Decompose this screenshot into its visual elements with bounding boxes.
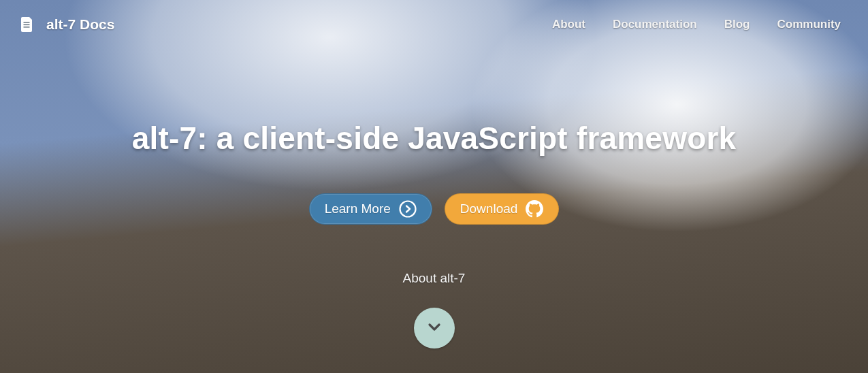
github-icon	[526, 200, 543, 218]
svg-rect-1	[24, 25, 30, 26]
svg-rect-0	[24, 22, 30, 23]
nav-community[interactable]: Community	[777, 18, 841, 31]
hero-section: alt-7 Docs About Documentation Blog Comm…	[0, 0, 868, 373]
scroll-down-button[interactable]	[414, 308, 455, 348]
hero-headline: alt-7: a client-side JavaScript framewor…	[0, 120, 868, 157]
svg-point-3	[400, 201, 415, 217]
chevron-down-icon	[425, 317, 444, 339]
arrow-right-circle-icon	[399, 200, 417, 218]
learn-more-button[interactable]: Learn More	[309, 193, 432, 225]
download-label: Download	[460, 201, 518, 216]
learn-more-label: Learn More	[325, 201, 391, 216]
document-icon	[20, 16, 34, 33]
primary-nav: About Documentation Blog Community	[552, 18, 841, 31]
svg-rect-2	[24, 27, 30, 28]
brand-title: alt-7 Docs	[46, 16, 114, 33]
nav-about[interactable]: About	[552, 18, 585, 31]
download-button[interactable]: Download	[445, 193, 560, 225]
topbar: alt-7 Docs About Documentation Blog Comm…	[0, 0, 868, 49]
about-label: About alt-7	[0, 271, 868, 286]
brand[interactable]: alt-7 Docs	[20, 16, 114, 33]
nav-documentation[interactable]: Documentation	[613, 18, 697, 31]
cta-row: Learn More Download	[0, 193, 868, 225]
nav-blog[interactable]: Blog	[724, 18, 750, 31]
